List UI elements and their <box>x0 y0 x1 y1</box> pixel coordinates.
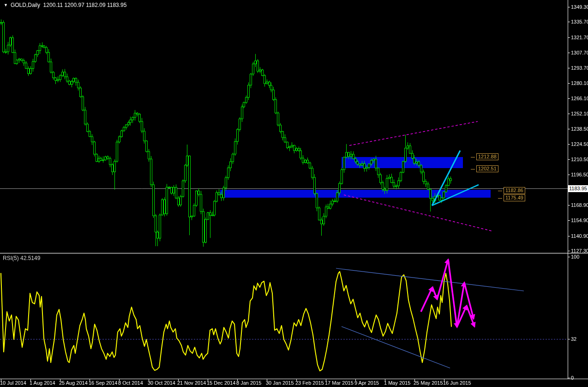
drawing-objects-overlay <box>0 0 588 387</box>
date-axis-line <box>0 379 588 379</box>
chart-title: ▼GOLD,Daily 1200.11 1200.97 1182.09 1183… <box>4 2 126 8</box>
symbol-label: GOLD,Daily <box>11 2 40 8</box>
steep-cyan-trendline[interactable] <box>432 151 460 206</box>
shallow-cyan-trendline[interactable] <box>432 185 479 206</box>
symbol-dropdown-icon: ▼ <box>4 3 8 7</box>
rsi-swing-arrow-3[interactable] <box>437 260 448 299</box>
rsi-indicator-value: 42.5149 <box>20 255 40 261</box>
rsi-swing-arrow-1[interactable] <box>421 287 432 312</box>
panel-separator[interactable] <box>0 253 588 254</box>
quote-ohlc: 1200.11 1200.97 1182.09 1183.95 <box>43 2 127 8</box>
rsi-indicator-label: RSI(5) 42.5149 <box>3 255 40 261</box>
upper-wedge-trendline-dashed[interactable] <box>349 121 478 145</box>
rsi-swing-arrow-4[interactable] <box>448 260 457 327</box>
rsi-upper-trendline[interactable] <box>336 268 524 291</box>
rsi-swing-arrow-2[interactable] <box>432 287 437 299</box>
lower-wedge-trendline-dashed[interactable] <box>344 195 492 231</box>
rsi-lower-trendline[interactable] <box>342 327 450 368</box>
current-price-label: 1183.95 <box>568 185 588 192</box>
mt4-chart-window: 1349.301335.701321.701307.701293.701280.… <box>0 0 588 387</box>
